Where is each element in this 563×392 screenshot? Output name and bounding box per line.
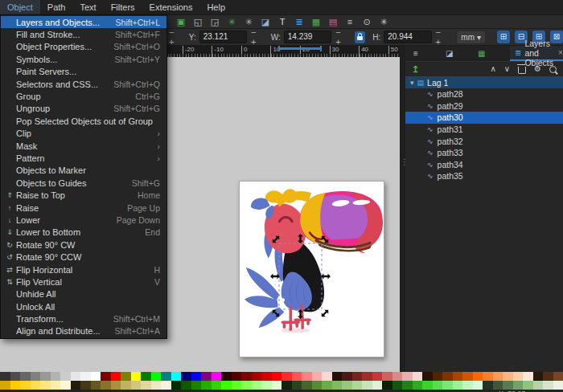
path-row[interactable]: ∿ path29 [405, 100, 563, 112]
paste-icon[interactable]: ▣ [175, 16, 187, 27]
palette-swatch[interactable] [332, 372, 343, 381]
text-dialog-icon[interactable]: T [277, 16, 288, 27]
palette-swatch[interactable] [201, 381, 212, 390]
palette-swatch[interactable] [442, 381, 453, 390]
palette-swatch[interactable] [372, 372, 383, 381]
menu-item[interactable]: ↑ Raise Page Up [1, 202, 166, 214]
palette-swatch[interactable] [20, 381, 31, 390]
palette-swatch[interactable] [272, 381, 282, 390]
path-row[interactable]: ∿ path31 [405, 124, 563, 136]
palette-swatch[interactable] [553, 372, 563, 381]
menu-item[interactable]: Layers and Objects... Shift+Ctrl+L [1, 16, 166, 28]
palette-swatch[interactable] [161, 381, 171, 390]
h-spinner[interactable]: −+ [436, 27, 450, 47]
palette-swatch[interactable] [302, 381, 312, 390]
menu-item[interactable]: ↓ Lower Page Down [1, 214, 166, 226]
menu-item[interactable]: Align and Distribute... Shift+Ctrl+A [1, 325, 166, 337]
palette-swatch[interactable] [171, 372, 182, 381]
palette-swatch[interactable] [71, 372, 81, 381]
menu-item[interactable]: ⇄ Flip Horizontal H [1, 263, 166, 276]
align-tab-icon[interactable]: ≡ [413, 49, 446, 58]
palette-swatch[interactable] [342, 372, 352, 381]
y-spinner[interactable]: −+ [251, 27, 265, 47]
palette-swatch[interactable] [513, 381, 524, 390]
copy-icon[interactable]: ◱ [192, 16, 203, 27]
palette-swatch[interactable] [0, 381, 10, 390]
menu-item[interactable]: Unlock All [1, 300, 166, 312]
layer-row[interactable]: ▾ ▤ Lag 1 [405, 76, 563, 88]
tab-layers-and-objects[interactable]: ≣ Layers and Objects × [510, 46, 563, 61]
palette-swatch[interactable] [382, 372, 392, 381]
palette-swatch[interactable] [151, 381, 162, 390]
layers-dialog-icon[interactable]: ≣ [294, 16, 305, 27]
palette-swatch[interactable] [543, 381, 553, 390]
menubar-item[interactable]: Help [199, 0, 232, 14]
palette-swatch[interactable] [453, 372, 463, 381]
menu-item[interactable]: Selectors and CSS... Shift+Ctrl+Q [1, 78, 166, 90]
palette-swatch[interactable] [292, 381, 302, 390]
palette-swatch[interactable] [51, 372, 61, 381]
palette-swatch[interactable] [71, 381, 81, 390]
menu-item[interactable]: Symbols... Shift+Ctrl+Y [1, 53, 166, 65]
palette-swatch[interactable] [322, 381, 332, 390]
menu-item[interactable]: ⇑ Raise to Top Home [1, 189, 166, 201]
add-layer-icon[interactable]: ↥ [412, 62, 419, 76]
path-row[interactable]: ∿ path34 [405, 159, 563, 171]
palette-swatch[interactable] [433, 372, 443, 381]
palette-swatch[interactable] [10, 372, 21, 381]
menubar-item[interactable]: Text [72, 0, 103, 14]
menu-item[interactable]: Fill and Stroke... Shift+Ctrl+F [1, 28, 166, 40]
delete-icon[interactable] [518, 67, 526, 74]
palette-swatch[interactable] [201, 372, 212, 381]
palette-swatch[interactable] [282, 381, 292, 390]
palette-swatch[interactable] [422, 381, 433, 390]
palette-swatch[interactable] [141, 381, 151, 390]
path-row[interactable]: ∿ path30 [405, 112, 563, 124]
menubar-item[interactable]: Extensions [142, 0, 200, 14]
y-input[interactable]: 23.121 [199, 31, 247, 43]
palette-swatch[interactable] [523, 381, 533, 390]
palette-swatch[interactable] [453, 381, 463, 390]
fill-stroke-tab-icon[interactable]: ◪ [446, 49, 478, 58]
move-down-icon[interactable]: ∨ [504, 62, 510, 76]
palette-swatch[interactable] [503, 372, 513, 381]
palette-swatch[interactable] [121, 381, 131, 390]
palette-swatch[interactable] [241, 372, 252, 381]
palette-swatch[interactable] [101, 381, 111, 390]
ungroup-icon[interactable]: ✳ [243, 16, 254, 27]
palette-swatch[interactable] [442, 372, 453, 381]
xml-tab-icon[interactable]: ▦ [478, 49, 510, 58]
palette-swatch[interactable] [312, 372, 323, 381]
palette-swatch[interactable] [20, 372, 31, 381]
move-up-icon[interactable]: ∧ [490, 62, 495, 76]
palette-swatch[interactable] [402, 381, 413, 390]
palette-swatch[interactable] [261, 381, 272, 390]
xml-editor-icon[interactable]: ▦ [310, 16, 322, 27]
palette-swatch[interactable] [40, 372, 51, 381]
palette-swatch[interactable] [141, 372, 151, 381]
palette-swatch[interactable] [362, 372, 372, 381]
palette-swatch[interactable] [402, 372, 413, 381]
duplicate-icon[interactable]: ◲ [209, 16, 220, 27]
palette-swatch[interactable] [151, 372, 162, 381]
palette-swatch[interactable] [121, 372, 131, 381]
palette-swatch[interactable] [392, 372, 403, 381]
palette-swatch[interactable] [91, 381, 101, 390]
menu-item[interactable]: Transform... Shift+Ctrl+M [1, 312, 166, 325]
palette-swatch[interactable] [10, 381, 21, 390]
w-input[interactable]: 14.239 [284, 31, 331, 43]
palette-swatch[interactable] [322, 372, 332, 381]
palette-swatch[interactable] [181, 372, 191, 381]
palette-swatch[interactable] [523, 372, 533, 381]
path-row[interactable]: ∿ path35 [405, 170, 563, 182]
palette-swatch[interactable] [533, 381, 544, 390]
menu-item[interactable]: Objects to Guides Shift+G [1, 177, 166, 189]
menu-item[interactable]: Pop Selected Objects out of Group [1, 115, 166, 127]
palette-swatch[interactable] [40, 381, 51, 390]
panel-divider[interactable]: ⋮ [400, 46, 405, 372]
menu-item[interactable]: ↻ Rotate 90° CW [1, 239, 166, 251]
h-input[interactable]: 20.944 [384, 31, 431, 43]
palette-swatch[interactable] [302, 372, 312, 381]
palette-swatch[interactable] [191, 372, 202, 381]
palette-swatch[interactable] [241, 381, 252, 390]
